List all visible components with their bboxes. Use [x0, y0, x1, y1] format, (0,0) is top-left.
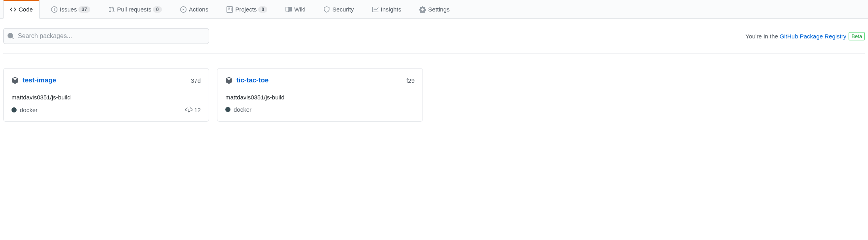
book-icon [286, 6, 292, 13]
search-icon [7, 32, 14, 40]
package-footer: docker [225, 106, 415, 113]
package-path: mattdavis0351/js-build [225, 94, 415, 101]
search-wrapper [3, 28, 209, 44]
tab-label: Issues [60, 6, 77, 13]
package-type: docker [225, 106, 251, 113]
code-icon [10, 6, 16, 13]
tab-label: Settings [428, 6, 449, 13]
package-type-label: docker [234, 106, 251, 113]
tab-label: Insights [381, 6, 402, 13]
download-icon [185, 106, 192, 113]
nav-tabs: Code Issues 37 Pull requests 0 Actions [0, 0, 868, 18]
issues-count: 37 [78, 6, 90, 13]
package-type-label: docker [20, 107, 38, 113]
package-icon [11, 77, 19, 84]
tab-label: Wiki [294, 6, 305, 13]
tab-insights[interactable]: Insights [365, 0, 408, 18]
tab-code[interactable]: Code [3, 0, 40, 19]
downloads-count: 12 [194, 107, 201, 113]
content-area: You're in the GitHub Package Registry Be… [0, 19, 868, 122]
tab-label: Actions [189, 6, 208, 13]
downloads: 12 [185, 106, 201, 113]
package-card: tic-tac-toe f29 mattdavis0351/js-build d… [217, 68, 423, 122]
registry-prefix: You're in the [745, 33, 778, 40]
search-row: You're in the GitHub Package Registry Be… [3, 28, 865, 54]
tab-wiki[interactable]: Wiki [279, 0, 312, 18]
tab-issues[interactable]: Issues 37 [44, 0, 97, 18]
repo-nav: Code Issues 37 Pull requests 0 Actions [0, 0, 868, 19]
package-name-link[interactable]: test-image [23, 76, 56, 84]
registry-info: You're in the GitHub Package Registry Be… [745, 32, 865, 40]
tab-label: Pull requests [117, 6, 152, 13]
tab-settings[interactable]: Settings [413, 0, 456, 18]
graph-icon [372, 6, 379, 13]
gear-icon [419, 6, 426, 13]
tab-projects[interactable]: Projects 0 [220, 0, 274, 18]
tab-label: Security [332, 6, 354, 13]
package-header: test-image 37d [11, 76, 201, 84]
package-type: docker [11, 107, 38, 113]
pr-count: 0 [153, 6, 162, 13]
docker-dot-icon [11, 107, 17, 112]
git-pull-request-icon [108, 6, 115, 13]
search-input[interactable] [3, 28, 209, 44]
package-title: test-image [11, 76, 56, 84]
package-title: tic-tac-toe [225, 76, 268, 84]
package-footer: docker 12 [11, 106, 201, 113]
package-path: mattdavis0351/js-build [11, 94, 201, 101]
play-icon [180, 6, 187, 13]
tab-label: Projects [235, 6, 257, 13]
package-version: 37d [191, 77, 201, 84]
beta-badge: Beta [849, 32, 865, 40]
project-icon [227, 6, 233, 13]
projects-count: 0 [258, 6, 267, 13]
docker-dot-icon [225, 107, 230, 112]
packages-grid: test-image 37d mattdavis0351/js-build do… [3, 68, 865, 122]
tab-label: Code [19, 6, 33, 13]
package-version: f29 [406, 77, 415, 84]
registry-link[interactable]: GitHub Package Registry [780, 33, 846, 40]
package-header: tic-tac-toe f29 [225, 76, 415, 84]
package-card: test-image 37d mattdavis0351/js-build do… [3, 68, 209, 122]
package-icon [225, 77, 232, 84]
tab-pull-requests[interactable]: Pull requests 0 [102, 0, 169, 18]
issue-icon [51, 6, 57, 13]
package-name-link[interactable]: tic-tac-toe [236, 76, 268, 84]
tab-security[interactable]: Security [317, 0, 360, 18]
shield-icon [324, 6, 330, 13]
tab-actions[interactable]: Actions [173, 0, 215, 18]
